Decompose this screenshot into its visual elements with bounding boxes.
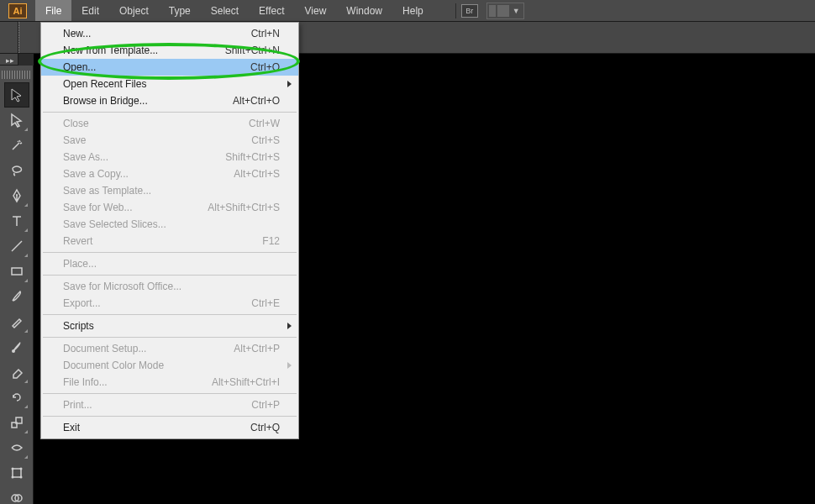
- menu-item-print: Print...Ctrl+P: [41, 396, 298, 413]
- menu-separator: [43, 393, 297, 394]
- options-bar-left-stub: [0, 22, 18, 54]
- width-tool[interactable]: [4, 435, 29, 460]
- eraser-tool[interactable]: [4, 360, 29, 385]
- menu-item-label: File Info...: [63, 376, 108, 388]
- menu-item-document-setup: Document Setup...Alt+Ctrl+P: [41, 340, 298, 357]
- flyout-indicator-icon: [24, 254, 28, 257]
- selection-tool[interactable]: [4, 82, 29, 108]
- menu-item-label: Scripts: [63, 320, 94, 332]
- menu-type[interactable]: Type: [159, 0, 201, 21]
- rotate-tool[interactable]: [4, 385, 29, 410]
- menu-item-save-as-template: Save as Template...: [41, 182, 298, 199]
- app-logo: Ai: [7, 3, 29, 19]
- svg-point-6: [12, 468, 14, 470]
- menu-item-place: Place...: [41, 255, 298, 272]
- menu-help[interactable]: Help: [392, 0, 434, 21]
- svg-point-8: [12, 476, 14, 479]
- menu-item-shortcut: Shift+Ctrl+N: [225, 45, 280, 56]
- menu-item-shortcut: Ctrl+E: [251, 297, 280, 309]
- menu-separator: [43, 337, 297, 338]
- menu-item-shortcut: Alt+Shift+Ctrl+S: [208, 202, 280, 213]
- menu-edit[interactable]: Edit: [71, 0, 109, 21]
- bridge-logo-icon[interactable]: Br: [461, 4, 478, 18]
- menu-item-label: Save a Copy...: [63, 168, 129, 180]
- magic-wand-tool[interactable]: [4, 133, 29, 158]
- menu-item-shortcut: Ctrl+W: [249, 118, 280, 129]
- svg-point-7: [20, 468, 23, 470]
- menu-item-export: Export...Ctrl+E: [41, 295, 298, 312]
- free-transform-tool[interactable]: [4, 460, 29, 486]
- chevron-right-icon: [287, 323, 292, 329]
- menu-item-label: New from Template...: [63, 45, 158, 56]
- menu-select[interactable]: Select: [201, 0, 249, 21]
- menu-file[interactable]: File: [35, 0, 71, 21]
- menu-item-shortcut: Ctrl+S: [251, 134, 280, 146]
- menu-item-open-recent-files[interactable]: Open Recent Files: [41, 76, 298, 92]
- line-segment-tool[interactable]: [4, 234, 29, 259]
- flyout-indicator-icon: [24, 128, 28, 131]
- menu-item-save-a-copy: Save a Copy...Alt+Ctrl+S: [41, 165, 298, 182]
- app-logo-icon: Ai: [8, 3, 27, 18]
- paintbrush-tool[interactable]: [4, 284, 29, 309]
- menu-effect[interactable]: Effect: [249, 0, 294, 21]
- flyout-indicator-icon: [24, 430, 28, 433]
- menu-item-scripts[interactable]: Scripts: [41, 318, 298, 334]
- menu-item-shortcut: Alt+Shift+Ctrl+I: [212, 376, 280, 388]
- panel-collapse-handle[interactable]: ▸▸: [0, 54, 18, 66]
- menu-separator: [43, 314, 297, 315]
- menu-item-new[interactable]: New...Ctrl+N: [41, 25, 298, 42]
- svg-rect-1: [12, 268, 22, 275]
- menu-separator: [43, 416, 297, 417]
- svg-rect-5: [13, 469, 21, 477]
- type-tool[interactable]: [4, 208, 29, 234]
- menu-item-shortcut: Alt+Ctrl+P: [234, 343, 280, 354]
- menu-item-label: Document Color Mode: [63, 360, 164, 371]
- options-bar-handle[interactable]: [18, 22, 25, 53]
- menu-item-shortcut: Ctrl+N: [251, 28, 280, 39]
- scale-tool[interactable]: [4, 410, 29, 435]
- blob-brush-tool[interactable]: [4, 334, 29, 360]
- menu-item-shortcut: Ctrl+Q: [250, 422, 280, 433]
- flyout-indicator-icon: [24, 405, 28, 408]
- chevron-right-icon: [287, 81, 292, 87]
- shape-builder-tool[interactable]: [4, 486, 29, 504]
- menu-item-revert: RevertF12: [41, 233, 298, 249]
- menubar-divider: [455, 3, 456, 18]
- menu-item-browse-in-bridge[interactable]: Browse in Bridge...Alt+Ctrl+O: [41, 92, 298, 109]
- menu-item-shortcut: F12: [262, 235, 280, 247]
- menu-separator: [43, 112, 297, 113]
- menubar: Ai FileEditObjectTypeSelectEffectViewWin…: [0, 0, 815, 22]
- menu-separator: [43, 252, 297, 253]
- menu-item-close: CloseCtrl+W: [41, 115, 298, 132]
- toolbox: [0, 66, 34, 504]
- menu-item-new-from-template[interactable]: New from Template...Shift+Ctrl+N: [41, 42, 298, 59]
- menu-item-label: Exit: [63, 422, 80, 433]
- lasso-tool[interactable]: [4, 158, 29, 183]
- menu-item-label: Open Recent Files: [63, 78, 146, 90]
- svg-point-9: [20, 476, 23, 479]
- menu-item-label: Close: [63, 118, 89, 129]
- menu-item-document-color-mode: Document Color Mode: [41, 357, 298, 374]
- toolbox-handle[interactable]: [2, 71, 31, 79]
- flyout-indicator-icon: [24, 455, 28, 459]
- direct-selection-tool[interactable]: [4, 108, 29, 133]
- pencil-tool[interactable]: [4, 309, 29, 334]
- menu-item-open[interactable]: Open...Ctrl+O: [41, 59, 298, 76]
- menu-item-shortcut: Ctrl+O: [250, 61, 280, 73]
- menu-item-label: Save: [63, 134, 86, 146]
- pen-tool[interactable]: [4, 183, 29, 208]
- rectangle-tool[interactable]: [4, 259, 29, 284]
- menu-item-exit[interactable]: ExitCtrl+Q: [41, 419, 298, 436]
- menu-item-save-selected-slices: Save Selected Slices...: [41, 216, 298, 233]
- flyout-indicator-icon: [24, 329, 28, 333]
- menu-view[interactable]: View: [295, 0, 337, 21]
- menu-item-shortcut: Shift+Ctrl+S: [225, 151, 280, 163]
- workspace-layout-switcher[interactable]: ▼: [486, 3, 524, 19]
- flyout-indicator-icon: [24, 203, 28, 207]
- menu-object[interactable]: Object: [109, 0, 159, 21]
- flyout-indicator-icon: [24, 228, 28, 232]
- svg-point-0: [16, 194, 18, 196]
- flyout-indicator-icon: [24, 380, 28, 383]
- menu-item-label: New...: [63, 28, 91, 39]
- menu-window[interactable]: Window: [336, 0, 392, 21]
